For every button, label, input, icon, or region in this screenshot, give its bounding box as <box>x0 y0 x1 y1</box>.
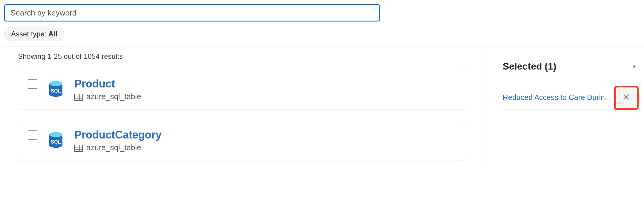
selected-item: Reduced Access to Care Durin... <box>503 88 636 110</box>
result-title[interactable]: ProductCategory <box>74 129 455 141</box>
close-icon <box>623 94 630 101</box>
chevron-double-right-icon: ›› <box>633 62 634 70</box>
result-subtype-text: azure_sql_table <box>86 143 141 152</box>
remove-selected-button[interactable] <box>617 88 636 107</box>
selected-column: Selected (1) ›› Reduced Access to Care D… <box>485 47 644 171</box>
result-checkbox[interactable] <box>28 130 37 140</box>
collapse-panel-button[interactable]: ›› <box>631 61 636 72</box>
result-card[interactable]: SQL ProductCategory azure_s <box>18 120 465 161</box>
selected-item-label[interactable]: Reduced Access to Care Durin... <box>503 93 611 102</box>
svg-text:SQL: SQL <box>51 139 61 144</box>
svg-rect-11 <box>74 145 83 152</box>
filter-label: Asset type: <box>11 30 47 38</box>
filter-value: All <box>48 30 58 38</box>
asset-type-filter[interactable]: Asset type: All <box>4 27 64 41</box>
result-subtype: azure_sql_table <box>74 92 455 101</box>
search-input[interactable] <box>4 4 380 21</box>
svg-text:SQL: SQL <box>51 88 61 93</box>
result-checkbox[interactable] <box>28 79 37 89</box>
svg-rect-3 <box>74 94 83 101</box>
result-title[interactable]: Product <box>74 78 455 90</box>
result-card[interactable]: SQL Product azure_sql_table <box>18 69 465 110</box>
selected-title: Selected (1) <box>503 61 556 72</box>
table-icon <box>74 144 83 151</box>
sql-icon: SQL <box>48 132 64 150</box>
results-count: Showing 1-25 out of 1054 results <box>18 52 485 61</box>
results-column: Showing 1-25 out of 1054 results SQL Pro… <box>0 47 485 171</box>
svg-point-1 <box>49 81 62 86</box>
result-subtype-text: azure_sql_table <box>86 92 141 101</box>
result-subtype: azure_sql_table <box>74 143 455 152</box>
table-icon <box>74 93 83 100</box>
sql-icon: SQL <box>48 81 64 99</box>
svg-point-9 <box>49 132 62 137</box>
